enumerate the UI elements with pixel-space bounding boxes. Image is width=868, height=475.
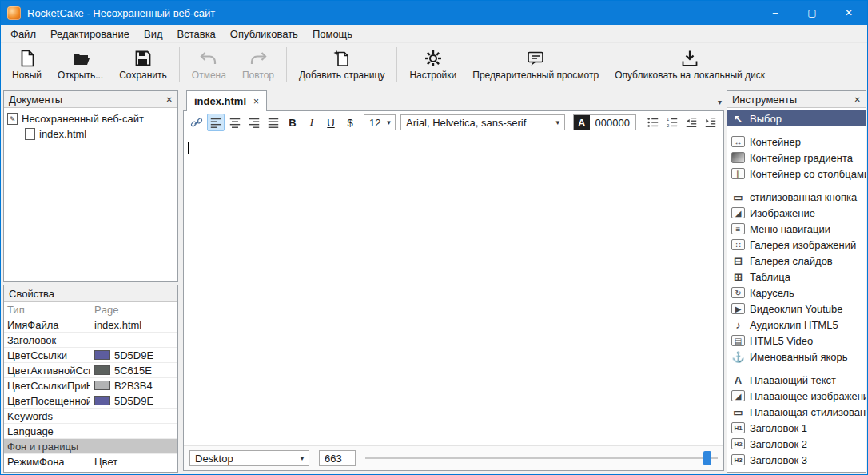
menu-item-0[interactable]: Файл [3,25,43,42]
heading2-icon: H2 [731,438,745,449]
property-value[interactable]: Page [90,302,177,317]
svg-text:2: 2 [667,123,669,128]
text-color-value: 000000 [590,117,635,129]
cursor-icon: ↖ [731,113,745,124]
font-family-select[interactable]: Arial, Helvetica, sans-serif ▼ [400,114,565,130]
toolbar-save-button[interactable]: Сохранить [111,44,175,86]
maximize-button[interactable]: ▢ [794,1,830,25]
tab-index-html[interactable]: index.html × [186,90,267,111]
toolbar-button-label: Открыть... [58,70,103,81]
hyperlink-icon[interactable] [188,114,205,131]
menu-item-4[interactable]: Опубликовать [223,25,305,42]
tool-image-gallery[interactable]: ∷Галерея изображений [727,237,866,253]
tab-list-dropdown-icon[interactable]: ▾ [718,98,722,106]
documents-panel-close-icon[interactable]: ✕ [166,95,173,104]
bold-button[interactable]: B [284,114,301,131]
slider-track[interactable] [365,457,718,459]
decrease-indent-icon[interactable] [683,114,700,131]
toolbar-open-folder-button[interactable]: Открыть... [50,44,111,86]
table-icon: ⊞ [731,271,745,282]
tool-floating-text[interactable]: AПлавающий текст [727,372,866,388]
tool-heading1[interactable]: H1Заголовок 1 [727,420,866,436]
property-value[interactable] [90,424,177,438]
property-value[interactable]: Цвет [90,454,177,469]
width-slider[interactable] [365,451,718,465]
property-value[interactable]: 5C615E [90,363,177,377]
menu-item-2[interactable]: Вид [137,25,170,42]
tool-youtube[interactable]: ▶Видеоклип Youtube [727,301,866,317]
editor-canvas[interactable] [184,134,723,445]
tool-heading3[interactable]: H3Заголовок 3 [727,452,866,468]
main-area: Документы ✕ ✎ Несохраненный веб-сайт ind… [1,86,867,474]
property-name: ИмяФайла [4,317,90,332]
color-swatch[interactable] [94,381,110,390]
tool-container[interactable]: ↔Контейнер [727,134,866,150]
toolbar-button-label: Предварительный просмотр [472,70,599,81]
tree-item-website[interactable]: ✎ Несохраненный веб-сайт [7,111,174,126]
menu-item-5[interactable]: Помощь [305,25,360,42]
device-select-value: Desktop [195,453,233,465]
color-swatch[interactable] [94,350,110,360]
property-value[interactable]: 5D5D9E [90,348,177,362]
align-center-icon[interactable] [226,114,244,131]
text-color-picker[interactable]: A 000000 [573,114,636,130]
property-value[interactable]: 5D5D9E [90,393,177,408]
toolbar-new-document-button[interactable]: Новый [4,44,50,86]
tool-video[interactable]: ▤HTML5 Video [727,333,866,349]
toolbar-publish-button[interactable]: Опубликовать на локальный диск [607,44,773,86]
tools-panel-close-icon[interactable]: ✕ [854,95,861,104]
color-swatch[interactable] [94,472,110,473]
tool-label: Плавающий текст [750,374,836,386]
menu-item-3[interactable]: Вставка [170,25,223,42]
tool-floating-image[interactable]: ◢Плавающее изображение [727,388,866,404]
page-width-input[interactable]: 663 [319,450,356,466]
currency-button[interactable]: $ [341,114,359,131]
color-swatch[interactable] [94,365,110,375]
tool-navigation-menu[interactable]: ≡Меню навигации [727,221,866,237]
tool-image[interactable]: ◢Изображение [727,205,866,221]
tool-columns-container[interactable]: ∥Контейнер со столбцами [727,166,866,182]
tree-item-label: index.html [39,128,86,140]
tree-item-index-page[interactable]: index.html [7,126,174,142]
tool-gradient-container[interactable]: Контейнер градиента [727,150,866,166]
toolbar-settings-button[interactable]: Настройки [401,44,464,86]
slider-handle[interactable] [703,451,711,465]
tool-audio[interactable]: ♪Аудиоклип HTML5 [727,317,866,333]
property-value[interactable] [90,409,177,423]
device-select[interactable]: Desktop ▼ [189,450,309,466]
tool-floating-styled-button[interactable]: ▭Плавающая стилизованная [727,404,866,420]
property-name: ЦветФона [4,469,90,473]
increase-indent-icon[interactable] [702,114,719,131]
list-controls: 12 [644,114,719,131]
tool-label: стилизованная кнопка [750,191,857,203]
tool-anchor[interactable]: ⚓Именованный якорь [727,349,866,365]
menu-item-1[interactable]: Редактирование [43,25,137,42]
color-swatch[interactable] [94,396,110,405]
tool-carousel[interactable]: ↻Карусель [727,285,866,301]
tab-close-icon[interactable]: × [253,96,259,107]
text-color-icon: A [574,115,590,130]
property-value[interactable]: index.html [90,317,177,332]
tool-cursor[interactable]: ↖Выбор [727,110,866,126]
tool-heading2[interactable]: H2Заголовок 2 [727,436,866,452]
tool-table[interactable]: ⊞Таблица [727,269,866,285]
property-value[interactable]: B2B3B4 [90,378,177,393]
align-justify-icon[interactable] [265,114,282,131]
tool-label: Плавающая стилизованная [750,406,866,418]
toolbar-preview-button[interactable]: Предварительный просмотр [464,44,607,86]
numbered-list-icon[interactable]: 12 [663,114,681,131]
toolbar-add-page-button[interactable]: Добавить страницу [291,44,392,86]
close-button[interactable]: ✕ [830,1,867,25]
align-right-icon[interactable] [245,114,263,131]
minimize-button[interactable]: – [757,1,794,25]
italic-button[interactable]: I [303,114,321,131]
tool-slide-gallery[interactable]: ⊟Галерея слайдов [727,253,866,269]
property-row: Заголовок [4,333,177,348]
property-value[interactable] [90,333,177,347]
bullet-list-icon[interactable] [644,114,662,131]
align-left-icon[interactable] [207,114,225,131]
underline-button[interactable]: U [322,114,340,131]
tool-styled-button[interactable]: ▭стилизованная кнопка [727,189,866,205]
font-size-select[interactable]: 12 ▼ [364,114,396,130]
property-value[interactable]: FFFFFF [90,469,177,473]
